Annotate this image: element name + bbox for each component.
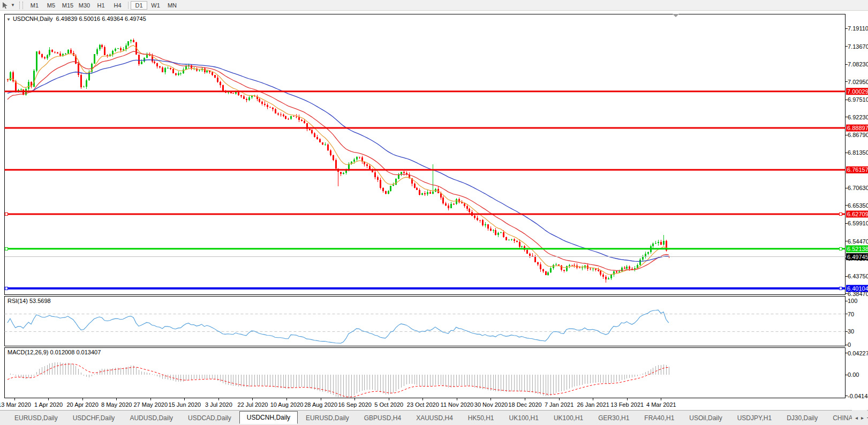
date-tick-label: 13 Feb 2021 <box>610 401 644 408</box>
candle-bull <box>608 278 609 279</box>
candle-bull <box>450 204 452 208</box>
candle-bear <box>461 202 463 203</box>
timeframe-button-w1[interactable]: W1 <box>147 1 164 10</box>
chart-tab-uk100-h1[interactable]: UK100,H1 <box>502 413 546 423</box>
chart-tab-dj30-daily[interactable]: DJ30,Daily <box>780 413 825 423</box>
candle-bear <box>537 262 539 264</box>
candle-bear <box>59 54 61 56</box>
candle-bear <box>170 68 171 69</box>
candle-bull <box>432 192 434 194</box>
mt4-window: ▼ M1M5M15M30H1H4D1W1MN ▼USDCNH,Daily 6.4… <box>0 0 868 425</box>
timeframe-button-h1[interactable]: H1 <box>93 1 109 10</box>
chart-cursor-icon[interactable] <box>0 1 11 10</box>
candle-bear <box>526 250 528 254</box>
candle-bear <box>288 119 289 119</box>
candle-bull <box>117 48 119 49</box>
candle-bear <box>424 193 426 194</box>
chart-tab-usdjpy-h1[interactable]: USDJPY,H1 <box>730 413 779 423</box>
tab-scroll-left-icon[interactable]: ◂ <box>855 415 858 421</box>
candle-bull <box>388 191 389 194</box>
level-handle[interactable] <box>5 247 8 250</box>
rsi-pane[interactable] <box>5 297 846 346</box>
candle-bear <box>487 224 489 229</box>
candle-bear <box>240 95 242 96</box>
candle-bull <box>167 68 169 69</box>
timeframe-button-mn[interactable]: MN <box>164 1 180 10</box>
price-tick-label: 6.54470 <box>848 238 868 245</box>
candle-bear <box>503 232 504 238</box>
chart-tab-usdcnh-daily[interactable]: USDCNH,Daily <box>239 411 298 424</box>
date-tick-label: 16 Sep 2020 <box>338 401 372 408</box>
candle-bear <box>156 63 158 66</box>
chart-tab-audusd-daily[interactable]: AUDUSD,Daily <box>123 413 180 423</box>
cursor-glyph <box>2 2 9 9</box>
candle-bear <box>545 271 547 275</box>
chart-tab-usdcad-daily[interactable]: USDCAD,Daily <box>181 413 238 423</box>
timeframe-button-m5[interactable]: M5 <box>43 1 59 10</box>
candle-bear <box>598 270 599 271</box>
date-tick-label: 20 Apr 2020 <box>66 401 98 408</box>
candle-bear <box>414 184 416 188</box>
candle-bull <box>125 45 127 49</box>
timeframe-button-m30[interactable]: M30 <box>76 1 93 10</box>
candle-bear <box>429 192 431 194</box>
candle-bear <box>380 180 381 187</box>
tab-scroll-right-icon[interactable]: ▸ <box>861 415 864 421</box>
chart-header: ▼USDCNH,Daily 6.49839 6.50016 6.49364 6.… <box>6 16 146 22</box>
dropdown-caret-icon[interactable]: ▼ <box>11 3 17 7</box>
candle-bull <box>343 173 344 174</box>
candle-bull <box>398 174 399 179</box>
date-tick-label: 8 May 2020 <box>101 401 132 408</box>
candle-bull <box>115 49 116 51</box>
candle-bear <box>563 270 565 271</box>
candle-bull <box>248 97 250 100</box>
candle-bull <box>618 271 620 272</box>
price-tick-label: 7.02950 <box>848 79 868 85</box>
candle-bear <box>104 47 105 55</box>
chart-tab-usoil-daily[interactable]: USOil,Daily <box>682 413 729 423</box>
price-tick-label: 7.13670 <box>848 43 868 50</box>
toolbar-grip[interactable] <box>19 2 23 9</box>
timeframe-button-d1[interactable]: D1 <box>131 1 147 10</box>
candle-bear <box>44 57 46 58</box>
candle-bear <box>217 78 218 82</box>
chart-tab-ger30-h1[interactable]: GER30,H1 <box>591 413 636 423</box>
level-handle[interactable] <box>5 287 8 290</box>
candle-bear <box>212 72 213 75</box>
candle-bear <box>330 150 331 155</box>
chart-tab-fra40-h1[interactable]: FRA40,H1 <box>637 413 681 423</box>
chart-tab-hk50-h1[interactable]: HK50,H1 <box>461 413 501 423</box>
chart-tab-eurusd-daily[interactable]: EURUSD,Daily <box>7 413 65 423</box>
chart-tab-gbpusd-h4[interactable]: GBPUSD,H4 <box>357 413 408 423</box>
candle-bear <box>246 99 247 100</box>
candle-bull <box>427 192 428 194</box>
timeframe-button-h4[interactable]: H4 <box>109 1 126 10</box>
timeframe-button-m15[interactable]: M15 <box>59 1 76 10</box>
chart-tab-xauusd-h4[interactable]: XAUUSD,H4 <box>409 413 460 423</box>
symbol-title: USDCNH,Daily <box>13 16 53 22</box>
candle-bear <box>514 239 515 241</box>
level-handle[interactable] <box>840 247 842 250</box>
level-handle[interactable] <box>840 287 842 290</box>
chart-tab-uk100-h1[interactable]: UK100,H1 <box>547 413 590 423</box>
chart-canvas[interactable]: 7.191107.136707.082307.029506.975106.922… <box>0 11 868 411</box>
price-tick-label: 6.70630 <box>848 185 868 191</box>
candle-bear <box>540 264 541 269</box>
candle-bull <box>493 230 494 231</box>
macd-axis-label: 0.00 <box>848 371 859 378</box>
collapse-caret-icon[interactable]: ▼ <box>6 17 11 22</box>
rsi-axis-label: 70 <box>848 311 854 317</box>
candle-bull <box>613 271 615 275</box>
chart-tab-eurusd-daily[interactable]: EURUSD,Daily <box>299 413 356 423</box>
candle-bear <box>542 269 544 271</box>
candle-bull <box>164 68 166 72</box>
candle-bear <box>624 268 625 268</box>
level-handle[interactable] <box>5 212 8 215</box>
candle-bear <box>519 242 520 247</box>
main-pane[interactable] <box>5 14 846 295</box>
date-tick-label: 4 Mar 2021 <box>646 401 676 408</box>
level-handle[interactable] <box>840 212 842 215</box>
timeframe-button-m1[interactable]: M1 <box>26 1 43 10</box>
chart-tab-usdchf-daily[interactable]: USDCHF,Daily <box>66 413 122 423</box>
candle-bull <box>28 82 29 89</box>
